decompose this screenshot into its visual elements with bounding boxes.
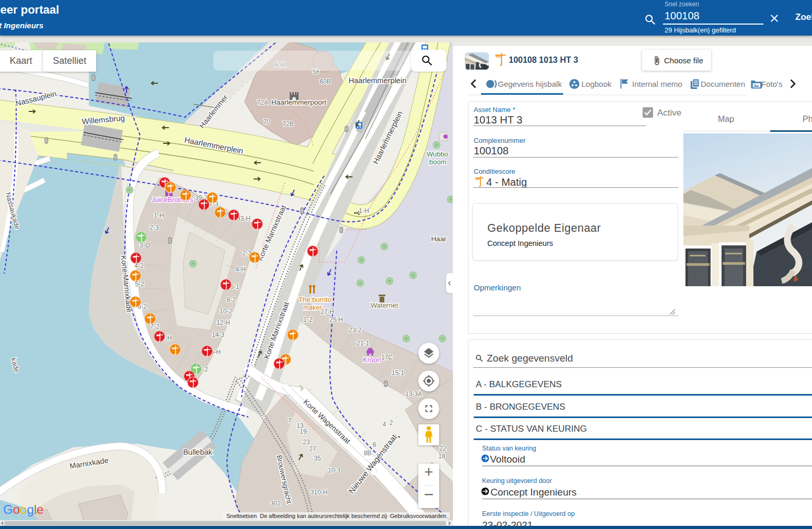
svg-text:2-3: 2-3 [150, 224, 159, 231]
svg-text:7: 7 [288, 417, 292, 424]
svg-text:1-H: 1-H [359, 207, 369, 215]
svg-text:12-H: 12-H [216, 319, 230, 327]
svg-text:Haarlemmerpoort: Haarlemmerpoort [271, 98, 326, 106]
svg-text:Waternet: Waternet [371, 301, 398, 309]
svg-text:6: 6 [373, 441, 376, 448]
svg-text:The burrito: The burrito [299, 296, 331, 303]
svg-text:8B: 8B [364, 449, 372, 457]
svg-text:10-2: 10-2 [220, 308, 232, 315]
svg-text:25-H: 25-H [329, 316, 343, 323]
svg-text:18: 18 [438, 453, 445, 460]
svg-text:8-2: 8-2 [226, 296, 236, 303]
svg-text:27: 27 [309, 445, 316, 453]
svg-text:Wubbo: Wubbo [427, 150, 448, 158]
svg-text:4: 4 [383, 421, 386, 428]
svg-text:15-1: 15-1 [392, 369, 404, 377]
svg-text:35: 35 [314, 455, 321, 462]
svg-text:2: 2 [390, 419, 393, 426]
svg-text:4-H: 4-H [235, 266, 245, 273]
svg-text:17C: 17C [381, 354, 393, 361]
svg-text:302: 302 [270, 500, 281, 507]
svg-text:boom: boom [429, 158, 447, 166]
svg-text:1-2: 1-2 [303, 316, 313, 323]
svg-text:1-H: 1-H [154, 212, 164, 219]
svg-text:60B: 60B [319, 78, 330, 85]
svg-text:Haar: Haar [431, 235, 447, 243]
svg-text:19: 19 [300, 428, 307, 435]
svg-text:Kroon: Kroon [363, 356, 381, 364]
svg-text:5-2: 5-2 [135, 280, 144, 288]
svg-text:310-H: 310-H [311, 489, 328, 496]
svg-text:23-2: 23-2 [349, 327, 361, 334]
svg-text:72A: 72A [257, 99, 268, 106]
svg-text:10-3: 10-3 [328, 467, 340, 474]
svg-text:72B: 72B [282, 120, 293, 128]
svg-text:21-1: 21-1 [357, 340, 369, 347]
svg-text:Haarlemmerplein: Haarlemmerplein [349, 76, 406, 85]
svg-text:14-3: 14-3 [212, 331, 224, 339]
svg-text:maker: maker [303, 303, 323, 311]
svg-text:3-O: 3-O [140, 242, 150, 249]
svg-text:27-H: 27-H [321, 308, 334, 316]
svg-text:22: 22 [439, 445, 447, 452]
svg-text:70: 70 [263, 118, 270, 126]
svg-text:23: 23 [303, 438, 310, 446]
svg-text:Bullebak: Bullebak [183, 448, 212, 456]
svg-text:13-3A: 13-3A [405, 390, 422, 398]
